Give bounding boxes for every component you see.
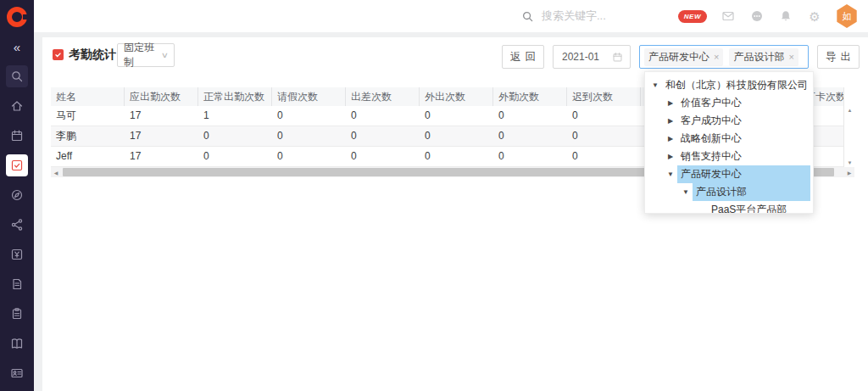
scroll-right-icon[interactable]: ▶ [844,167,854,177]
search-icon [521,10,534,23]
topbar-actions: NEW ⚙ 如 [678,0,858,32]
tree-node[interactable]: ▼产品设计部 [645,183,813,201]
mail-icon[interactable] [721,8,736,24]
column-header: 应出勤次数 [125,87,198,106]
table-cell: 0 [272,106,346,126]
back-button[interactable]: 返回 [502,45,544,69]
tree-node-label[interactable]: 价值客户中心 [677,94,745,112]
tree-expand-icon[interactable]: ▶ [665,136,676,142]
table-cell: 0 [567,106,641,126]
compass-icon [10,188,24,202]
tree-node[interactable]: ▼产品研发中心 [645,165,813,183]
tag-label: 产品研发中心 [648,50,709,64]
table-cell: 0 [493,126,567,146]
topbar: 搜索关键字... NEW ⚙ 如 [34,0,868,32]
column-header: 请假次数 [272,87,346,106]
avatar[interactable]: 如 [836,4,858,28]
table-cell: 马可 [51,106,125,126]
tree-node[interactable]: ▶销售支持中心 [645,148,813,165]
bell-icon[interactable] [778,8,793,24]
tree-expand-icon[interactable]: ▶ [665,154,676,160]
chat-icon[interactable] [749,8,765,24]
shift-type-select[interactable]: 固定班制 ∨ [117,43,175,67]
table-cell: 0 [493,106,567,126]
new-badge: NEW [678,10,707,23]
tree-node[interactable]: ▶战略创新中心 [645,130,813,148]
tree-node-label[interactable]: 产品研发中心 [677,165,810,183]
table-cell: 17 [125,106,198,126]
department-multiselect[interactable]: 产品研发中心×产品设计部× [639,45,809,69]
sidebar-item-home[interactable] [6,95,28,117]
table-cell: Jeff [51,147,125,166]
sidebar-item-search[interactable] [6,65,28,87]
tree-node-label[interactable]: 客户成功中心 [677,112,745,130]
sidebar-item-share[interactable] [6,214,28,236]
currency-icon [10,248,24,261]
tree-expand-icon[interactable]: ▼ [681,189,691,196]
share-icon [10,218,24,232]
tree-node-label[interactable]: PaaS平台产品部 [708,201,790,214]
topbar-icon-group: ⚙ [721,8,822,24]
tree-node[interactable]: ▶价值客户中心 [645,94,813,112]
scroll-down-icon[interactable]: ▼ [848,159,853,167]
tag-label: 产品设计部 [733,50,784,64]
scroll-up-icon[interactable]: ▲ [848,106,853,115]
sidebar-item-book[interactable] [6,332,28,355]
gear-icon[interactable]: ⚙ [807,8,822,24]
table-cell: 李鹏 [51,126,125,146]
sidebar-item-document[interactable] [6,273,28,295]
book-icon [10,337,24,350]
table-cell: 0 [420,106,493,126]
sidebar-item-currency[interactable] [6,243,28,265]
app-logo-icon[interactable] [7,7,27,27]
sidebar-item-compass[interactable] [6,184,28,206]
month-picker[interactable]: 2021-01 [553,45,631,69]
sidebar-item-clipboard[interactable] [6,303,28,325]
sidebar-item-collapse[interactable]: « [6,36,28,58]
sidebar: « [0,0,34,391]
vertical-scrollbar[interactable]: ▲ ▼ [845,106,854,167]
tree-node[interactable]: ▼和创（北京）科技股份有限公司 [645,76,813,94]
clipboard-icon [10,307,24,321]
column-header: 姓名 [51,87,125,106]
tree-expand-icon[interactable]: ▼ [650,82,660,89]
table-cell: 0 [420,126,493,146]
back-button-label: 返回 [510,50,540,64]
export-button[interactable]: 导出 [817,45,860,69]
tree-node-label[interactable]: 战略创新中心 [677,130,745,148]
tree-node[interactable]: ▶客户成功中心 [645,112,813,130]
table-cell: 17 [125,126,198,146]
table-right-border [843,87,844,167]
tag-remove-icon[interactable]: × [788,53,793,62]
tree-expand-icon[interactable]: ▼ [665,171,676,178]
sidebar-item-calendar[interactable] [6,125,28,147]
tree-node[interactable]: PaaS平台产品部 [645,201,813,214]
tree-node-label[interactable]: 产品设计部 [693,183,810,201]
sidebar-item-attendance[interactable] [6,154,28,176]
global-search[interactable]: 搜索关键字... [521,0,606,32]
table-cell: 0 [567,147,641,166]
sidebar-item-idcard[interactable] [6,362,28,384]
table-cell: 0 [567,126,641,146]
tree-expand-icon[interactable]: ▶ [665,100,676,107]
gear-icon: ⚙ [809,10,820,23]
page-title: 考勤统计 [69,47,116,63]
column-header: 出差次数 [346,87,420,106]
table-cell: 0 [420,147,493,166]
calendar-icon [10,129,24,142]
tree-node-label[interactable]: 销售支持中心 [677,148,745,165]
department-tree-dropdown: ▼和创（北京）科技股份有限公司▶价值客户中心▶客户成功中心▶战略创新中心▶销售支… [644,71,814,214]
table-cell: 17 [125,147,198,166]
tree-expand-icon[interactable]: ▶ [665,118,676,125]
tree-node-label[interactable]: 和创（北京）科技股份有限公司 [662,76,811,94]
scroll-left-icon[interactable]: ◀ [51,167,61,177]
bell-icon [779,9,793,23]
home-icon [10,99,24,113]
search-input[interactable]: 搜索关键字... [542,8,606,24]
tag-remove-icon[interactable]: × [714,53,719,62]
logo-notch [23,14,29,20]
table-cell: 0 [272,147,346,166]
chat-icon [750,9,764,23]
chevron-down-icon: ∨ [161,51,169,59]
month-picker-value: 2021-01 [554,51,612,63]
